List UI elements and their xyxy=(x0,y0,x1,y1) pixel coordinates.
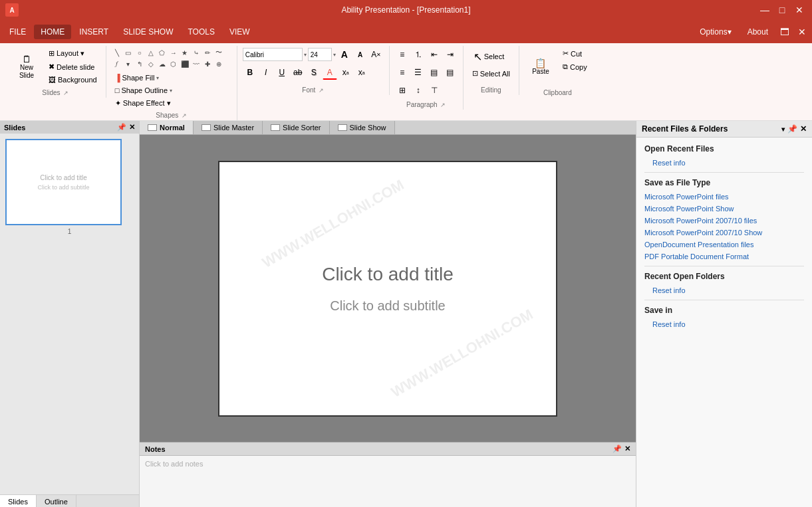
slides-panel-content[interactable]: Click to add title Click to add subtitle… xyxy=(0,134,139,494)
shape-ellipse[interactable]: ○ xyxy=(134,47,145,58)
tab-outline[interactable]: Outline xyxy=(37,495,76,507)
shape-scribble[interactable]: 𝑓 xyxy=(112,58,122,69)
text-dir-button[interactable]: ↕ xyxy=(411,83,426,98)
tab-slides[interactable]: Slides xyxy=(0,495,37,507)
minimize-button[interactable]: — xyxy=(757,3,772,17)
shape-rect[interactable]: ▭ xyxy=(123,47,134,58)
paste-button[interactable]: 📋 Paste xyxy=(525,47,557,87)
cut-button[interactable]: ✂ Cut xyxy=(559,47,591,60)
layout-button[interactable]: ⊞ Layout ▾ xyxy=(45,47,100,60)
shape-fill-button[interactable]: ▐ Shape Fill ▾ xyxy=(112,72,231,84)
shape-cloud[interactable]: ☁ xyxy=(157,58,168,69)
delete-slide-button[interactable]: ✖ Delete slide xyxy=(45,60,100,73)
font-size-dd[interactable]: ▾ xyxy=(333,52,336,58)
shape-misc[interactable]: ⊕ xyxy=(213,58,224,69)
view-tab-slide-sorter[interactable]: Slide Sorter xyxy=(263,121,329,134)
shape-triangle[interactable]: △ xyxy=(146,47,156,58)
menu-options[interactable]: Options▾ xyxy=(693,25,738,39)
font-size-input[interactable] xyxy=(308,48,332,61)
save-ppt-show-link[interactable]: Microsoft PowerPoint Show xyxy=(644,205,804,213)
select-button[interactable]: ↖ Select xyxy=(469,47,513,66)
notes-close[interactable]: ✕ xyxy=(624,445,630,453)
font-clear-button[interactable]: A✕ xyxy=(369,47,384,62)
shape-outline-button[interactable]: □ Shape Outline ▾ xyxy=(112,84,231,96)
justify-button[interactable]: ▤ xyxy=(443,65,458,80)
slides-group-expand[interactable]: ↗ xyxy=(63,90,68,96)
new-slide-button[interactable]: 🗒 NewSlide xyxy=(11,47,43,87)
font-name-input[interactable] xyxy=(243,48,303,61)
ribbon-maximize-button[interactable]: 🗖 xyxy=(777,25,792,39)
col-button[interactable]: ⊞ xyxy=(395,83,410,98)
slide-thumbnail-1[interactable]: Click to add title Click to add subtitle xyxy=(5,139,122,225)
bold-button[interactable]: B xyxy=(243,65,257,80)
right-panel-dd[interactable]: ▾ xyxy=(781,126,785,133)
right-panel-pin[interactable]: 📌 xyxy=(787,124,797,134)
font-group-expand[interactable]: ↗ xyxy=(319,87,324,94)
slides-panel-pin[interactable]: 📌 xyxy=(117,123,126,132)
menu-insert[interactable]: INSERT xyxy=(72,25,115,39)
ribbon-close-button[interactable]: ✕ xyxy=(795,25,809,39)
save-ppt2007-link[interactable]: Microsoft PowerPoint 2007/10 files xyxy=(644,217,804,225)
save-odp-link[interactable]: OpenDocument Presentation files xyxy=(644,241,804,249)
menu-file[interactable]: FILE xyxy=(3,25,33,39)
menu-about[interactable]: About xyxy=(741,25,775,39)
shape-freeform[interactable]: ✏ xyxy=(202,47,213,58)
view-tab-normal[interactable]: Normal xyxy=(140,121,194,134)
indent-less-button[interactable]: ⇤ xyxy=(427,47,442,62)
shape-line[interactable]: ╲ xyxy=(112,47,122,58)
align-right-button[interactable]: ▤ xyxy=(427,65,442,80)
slide-canvas-area[interactable]: WWW.WELLOHNI.COM WWW.WELLOHNI.COM Click … xyxy=(140,135,636,442)
menu-home[interactable]: HOME xyxy=(34,25,71,39)
shape-connector[interactable]: ⤷ xyxy=(191,47,202,58)
superscript-button[interactable]: xa xyxy=(338,65,353,80)
save-in-reset-link[interactable]: Reset info xyxy=(652,320,804,328)
save-ppt-link[interactable]: Microsoft PowerPoint files xyxy=(644,193,804,201)
background-button[interactable]: 🖼 Background xyxy=(45,74,100,86)
bullets-button[interactable]: ≡ xyxy=(395,47,410,62)
shape-wavy[interactable]: 〰 xyxy=(191,58,202,69)
shadow-button[interactable]: S xyxy=(307,65,321,80)
notes-pin[interactable]: 📌 xyxy=(612,445,622,453)
select-all-button[interactable]: ⊡ Select All xyxy=(469,67,513,80)
shape-arrow[interactable]: → xyxy=(168,47,179,58)
subscript-button[interactable]: xa xyxy=(354,65,369,80)
view-tab-slide-master[interactable]: Slide Master xyxy=(194,121,263,134)
menu-view[interactable]: VIEW xyxy=(223,25,257,39)
shape-star[interactable]: ★ xyxy=(180,47,190,58)
shape-effect-button[interactable]: ✦ Shape Effect ▾ xyxy=(112,97,231,110)
underline-button[interactable]: U xyxy=(275,65,289,80)
shape-hexagon[interactable]: ⬡ xyxy=(168,58,179,69)
italic-button[interactable]: I xyxy=(259,65,273,80)
slide-title-placeholder[interactable]: Click to add title xyxy=(322,264,454,285)
menu-slideshow[interactable]: SLIDE SHOW xyxy=(116,25,180,39)
menu-tools[interactable]: TOOLS xyxy=(182,25,221,39)
maximize-button[interactable]: □ xyxy=(775,3,789,17)
shape-curve[interactable]: 〜 xyxy=(213,47,224,58)
save-pdf-link[interactable]: PDF Portable Document Format xyxy=(644,253,804,260)
view-tab-slide-show[interactable]: Slide Show xyxy=(330,121,395,134)
text-align-button[interactable]: ⊤ xyxy=(427,83,442,98)
open-recent-reset-link[interactable]: Reset info xyxy=(652,159,804,167)
slides-panel-close[interactable]: ✕ xyxy=(129,123,135,132)
recent-folders-reset-link[interactable]: Reset info xyxy=(652,286,804,294)
notes-content[interactable]: Click to add notes xyxy=(140,456,636,472)
right-panel-close[interactable]: ✕ xyxy=(800,124,807,134)
shape-block[interactable]: ⬛ xyxy=(180,58,190,69)
shape-pentagon[interactable]: ⬠ xyxy=(157,47,168,58)
numbering-button[interactable]: ⒈ xyxy=(411,47,426,62)
align-left-button[interactable]: ≡ xyxy=(395,65,410,80)
shape-diamond[interactable]: ◇ xyxy=(146,58,156,69)
shapes-group-expand[interactable]: ↗ xyxy=(182,112,187,119)
font-shrink-button[interactable]: A xyxy=(353,47,368,62)
font-color-button[interactable]: A xyxy=(323,65,337,80)
save-ppt2007-show-link[interactable]: Microsoft PowerPoint 2007/10 Show xyxy=(644,229,804,237)
shape-bend[interactable]: ↰ xyxy=(134,58,145,69)
copy-button[interactable]: ⧉ Copy xyxy=(559,60,591,73)
align-center-button[interactable]: ☰ xyxy=(411,65,426,80)
slide-canvas[interactable]: WWW.WELLOHNI.COM WWW.WELLOHNI.COM Click … xyxy=(218,161,557,417)
shape-cross[interactable]: ✚ xyxy=(202,58,213,69)
indent-more-button[interactable]: ⇥ xyxy=(443,47,458,62)
slide-subtitle-placeholder[interactable]: Click to add subtitle xyxy=(330,298,445,314)
strikethrough-button[interactable]: ab xyxy=(291,65,305,80)
close-button[interactable]: ✕ xyxy=(792,3,807,17)
